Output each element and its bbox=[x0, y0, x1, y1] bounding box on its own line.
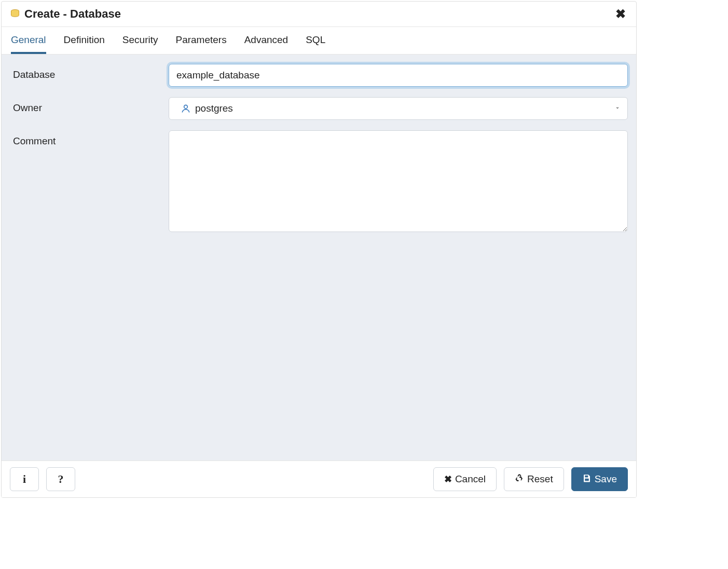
svg-point-1 bbox=[184, 105, 188, 109]
label-owner: Owner bbox=[13, 97, 169, 114]
help-icon: ? bbox=[58, 472, 64, 486]
tab-sql[interactable]: SQL bbox=[306, 27, 325, 54]
dialog-body: Database Owner postgres bbox=[2, 55, 636, 460]
dialog-header: Create - Database ✖ bbox=[2, 2, 636, 27]
tab-definition[interactable]: Definition bbox=[64, 27, 105, 54]
close-button[interactable]: ✖ bbox=[613, 7, 628, 21]
reset-button[interactable]: Reset bbox=[504, 467, 564, 491]
tab-general[interactable]: General bbox=[11, 27, 46, 54]
help-button[interactable]: ? bbox=[46, 467, 75, 491]
create-database-dialog: Create - Database ✖ General Definition S… bbox=[1, 1, 637, 498]
reset-label: Reset bbox=[527, 473, 553, 485]
row-comment: Comment bbox=[13, 130, 631, 235]
owner-select[interactable]: postgres bbox=[169, 97, 628, 120]
info-icon: i bbox=[23, 472, 26, 486]
row-database: Database bbox=[13, 64, 631, 87]
owner-value: postgres bbox=[195, 103, 614, 114]
chevron-down-icon bbox=[614, 103, 621, 114]
save-icon bbox=[582, 473, 592, 485]
tabs: General Definition Security Parameters A… bbox=[2, 27, 636, 55]
save-button[interactable]: Save bbox=[571, 467, 628, 491]
tab-parameters[interactable]: Parameters bbox=[175, 27, 226, 54]
comment-textarea[interactable] bbox=[169, 130, 628, 232]
cancel-button[interactable]: ✖ Cancel bbox=[433, 467, 497, 491]
info-button[interactable]: i bbox=[10, 467, 39, 491]
database-icon bbox=[10, 9, 20, 19]
label-database: Database bbox=[13, 64, 169, 80]
cancel-label: Cancel bbox=[455, 473, 486, 485]
label-comment: Comment bbox=[13, 130, 169, 147]
row-owner: Owner postgres bbox=[13, 97, 631, 120]
tab-security[interactable]: Security bbox=[122, 27, 158, 54]
dialog-footer: i ? ✖ Cancel Reset Save bbox=[2, 460, 636, 497]
dialog-title: Create - Database bbox=[24, 7, 613, 21]
user-icon bbox=[181, 103, 191, 114]
tab-advanced[interactable]: Advanced bbox=[244, 27, 289, 54]
close-icon: ✖ bbox=[444, 473, 452, 485]
database-input[interactable] bbox=[169, 64, 628, 87]
save-label: Save bbox=[595, 473, 617, 485]
recycle-icon bbox=[515, 473, 524, 485]
